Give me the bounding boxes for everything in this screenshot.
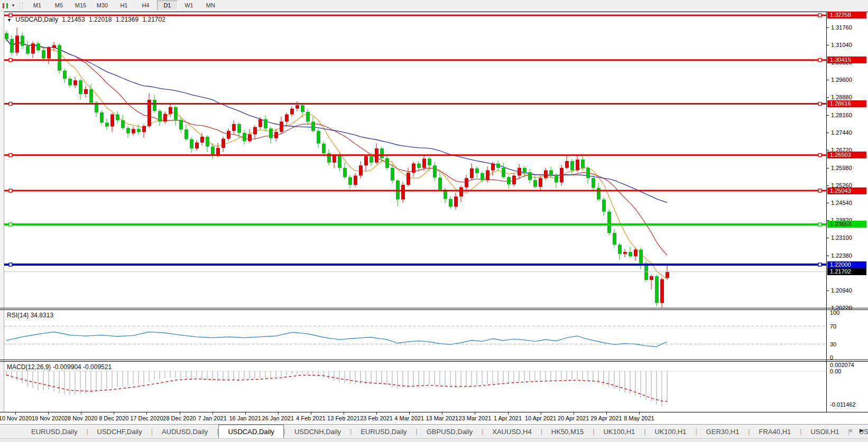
chart-tab-xauusd-h4[interactable]: XAUUSD,H4: [483, 425, 540, 438]
date-tick-label: 23 Feb 2021: [360, 415, 393, 421]
price-tick-label: 1.28880: [831, 94, 852, 100]
date-tick-label: 29 Apr 2021: [590, 415, 622, 421]
price-tick-label: 1.27440: [831, 129, 852, 136]
chart-tab-usoil-h1[interactable]: USOil,H1: [801, 425, 848, 438]
timeframe-button-h1[interactable]: H1: [114, 1, 134, 11]
chevron-down-icon: ▼: [11, 3, 15, 8]
chart-tab-usdchf-daily[interactable]: USDCHF,Daily: [88, 425, 151, 438]
rsi-scale-label: 70: [830, 323, 836, 330]
date-tick-mark: [409, 412, 410, 415]
chart-tab-gbpusd-daily[interactable]: GBPUSD,Daily: [418, 425, 482, 438]
level-price-label: 1.25043: [827, 187, 866, 194]
chart-tab-uk100-h1[interactable]: UK100,H1: [594, 425, 644, 438]
timeframe-button-mn[interactable]: MN: [200, 1, 221, 11]
date-tick-label: 16 Jan 2021: [229, 415, 261, 421]
rsi-panel-area[interactable]: [4, 310, 826, 360]
tab-scroll-right-icon[interactable]: ►: [858, 427, 865, 434]
chart-window-top-border: [0, 12, 868, 12]
price-tick-label: 1.25980: [831, 165, 852, 171]
chart-tab-eurusd-daily[interactable]: EURUSD,Daily: [352, 425, 415, 438]
timeframe-button-m1[interactable]: M1: [27, 1, 48, 11]
date-tick-label: 23 Mar 2021: [459, 415, 492, 421]
rsi-scale-label: 0: [830, 354, 833, 361]
timeframe-button-h4[interactable]: H4: [135, 1, 156, 11]
status-strip: [0, 438, 868, 442]
level-price-label: 1.30415: [827, 57, 866, 63]
chart-ohlc-header: ▼ USDCAD,Daily 1.21453 1.22018 1.21369 1…: [7, 16, 168, 23]
main-rsi-separator[interactable]: [0, 308, 868, 308]
price-tick-label: 1.20940: [831, 287, 852, 294]
price-tick-label: 1.31760: [831, 24, 852, 31]
date-tick-mark: [81, 412, 81, 415]
date-tick-label: 17 Dec 2020: [130, 415, 163, 421]
level-price-label: 1.28616: [827, 100, 866, 107]
chart-tab-uk100-h1[interactable]: UK100,H1: [645, 425, 695, 438]
timeframe-toolbar: ▼ M1M5M15M30H1H4D1W1MN: [0, 0, 868, 12]
timeframe-button-d1[interactable]: D1: [157, 1, 178, 11]
chart-tab-fra40-h1[interactable]: FRA40,H1: [750, 425, 800, 438]
level-price-label: 1.32258: [827, 12, 866, 18]
chart-tab-hk50-m15[interactable]: HK50,M15: [542, 425, 593, 438]
price-tick-label: 1.24540: [831, 200, 852, 206]
chart-tab-eurusd-daily[interactable]: EURUSD,Daily: [22, 425, 86, 438]
ohlc-low: 1.21369: [116, 16, 138, 23]
chart-tab-audusd-daily[interactable]: AUDUSD,Daily: [153, 425, 217, 438]
date-tick-mark: [311, 412, 311, 415]
date-tick-mark: [606, 412, 607, 415]
chart-mode-button[interactable]: ▼: [0, 1, 17, 11]
current-price-label: 1.21702: [827, 268, 866, 275]
chart-tab-usdcnh-daily[interactable]: USDCNH,Daily: [285, 425, 350, 438]
timeframe-button-m5[interactable]: M5: [49, 1, 69, 11]
chart-window-left-border[interactable]: [0, 12, 4, 412]
chart-symbol-label: USDCAD,Daily: [15, 16, 58, 23]
timeframe-button-w1[interactable]: W1: [179, 1, 199, 11]
date-tick-label: 8 Dec 2020: [99, 415, 128, 421]
ohlc-close: 1.21702: [143, 16, 165, 23]
date-tick-mark: [146, 412, 147, 415]
rsi-indicator-label: RSI(14) 34.8313: [7, 312, 53, 319]
price-tick-mark: [826, 80, 829, 80]
chart-tab-ger30-h1[interactable]: GER30,H1: [697, 425, 749, 438]
date-tick-mark: [15, 412, 16, 415]
tab-scroll-left-icon[interactable]: ◄: [847, 427, 853, 434]
date-tick-mark: [541, 412, 541, 415]
date-tick-label: 8 May 2021: [624, 415, 654, 421]
date-tick-label: 4 Feb 2021: [296, 415, 326, 421]
date-tick-mark: [376, 412, 377, 415]
mt4-terminal: { "toolbar": { "timeframes": ["M1","M5",…: [0, 0, 868, 442]
price-tick-mark: [826, 308, 829, 308]
rsi-scale-label: 100: [830, 309, 839, 316]
ohlc-open: 1.21453: [62, 16, 85, 23]
date-tick-mark: [245, 412, 246, 415]
date-tick-label: 7 Jan 2021: [198, 415, 226, 421]
price-tick-mark: [826, 27, 829, 28]
date-tick-mark: [278, 412, 279, 415]
price-tick-mark: [826, 203, 829, 203]
rsi-scale-label: 30: [830, 341, 836, 347]
price-tick-label: 1.31040: [831, 42, 852, 48]
date-tick-label: 19 Nov 2020: [32, 415, 64, 421]
date-tick-label: 4 Mar 2021: [394, 415, 424, 421]
date-tick-label: 20 Apr 2021: [558, 415, 589, 421]
timeframe-button-m30[interactable]: M30: [92, 1, 113, 11]
date-tick-label: 26 Jan 2021: [262, 415, 294, 421]
rsi-macd-separator[interactable]: [0, 360, 868, 360]
timeframe-button-m15[interactable]: M15: [70, 1, 91, 11]
price-tick-label: 1.22380: [831, 252, 852, 259]
chart-tabs-bar: EURUSD,Daily|USDCHF,Daily|AUDUSD,Daily|U…: [0, 424, 868, 438]
toolbar-grip[interactable]: [20, 2, 23, 10]
price-tick-mark: [826, 290, 829, 291]
macd-panel-area[interactable]: [4, 362, 826, 412]
macd-scale-label: 0.00: [830, 368, 841, 374]
chart-tab-usdcad-daily[interactable]: USDCAD,Daily: [218, 425, 283, 438]
date-tick-label: 1 Apr 2021: [494, 415, 522, 421]
price-tick-mark: [826, 45, 829, 45]
chart-dropdown-icon[interactable]: ▼: [7, 17, 12, 23]
price-tick-label: 1.29600: [831, 77, 852, 83]
price-tick-mark: [826, 185, 829, 186]
date-tick-label: 10 Nov 2020: [0, 415, 32, 421]
main-chart-plot-area[interactable]: [4, 13, 826, 308]
chart-mode-icon: [2, 2, 9, 10]
date-tick-label: 28 Nov 2020: [64, 415, 97, 421]
level-price-label: 1.26503: [827, 152, 866, 158]
